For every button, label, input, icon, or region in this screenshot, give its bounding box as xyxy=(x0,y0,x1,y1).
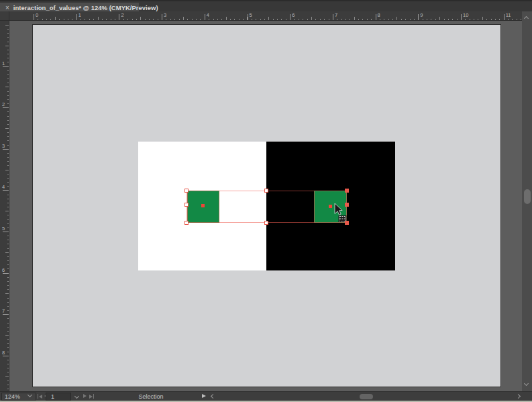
center-point-left[interactable] xyxy=(201,204,205,207)
ruler-label: 3 xyxy=(164,12,166,18)
document-title: interaction_of_values* @ 124% (CMYK/Prev… xyxy=(13,4,158,11)
ruler-label: 7 xyxy=(2,308,5,314)
ruler-label: 1 xyxy=(78,12,81,18)
status-tool-label[interactable]: Selection xyxy=(101,393,201,400)
selection-handle-bc[interactable] xyxy=(264,221,268,225)
close-icon[interactable]: × xyxy=(5,5,9,11)
selection-handle-bl[interactable] xyxy=(184,221,189,225)
ruler-label: 6 xyxy=(2,267,5,273)
illustrator-window: × interaction_of_values* @ 124% (CMYK/Pr… xyxy=(0,0,532,402)
ruler-label: 4 xyxy=(2,184,5,190)
ruler-corner[interactable] xyxy=(0,11,9,21)
status-back-icon[interactable] xyxy=(211,394,215,399)
status-bar: 124% 1 Selection xyxy=(0,391,532,401)
next-artboard-button[interactable] xyxy=(83,394,87,398)
selection-handle-tc[interactable] xyxy=(264,189,268,193)
ruler-label: 4 xyxy=(207,12,209,18)
ruler-top[interactable]: 01234567891011 xyxy=(9,11,522,21)
ruler-label: 5 xyxy=(250,12,252,18)
vertical-scrollbar[interactable] xyxy=(522,11,532,391)
ruler-label: 0 xyxy=(36,12,38,18)
ruler-label: 8 xyxy=(2,350,5,356)
ruler-label: 10 xyxy=(463,12,468,18)
ruler-left[interactable]: 12345678 xyxy=(0,21,9,391)
ruler-label: 6 xyxy=(292,12,295,18)
selection-handle-br[interactable] xyxy=(345,221,349,225)
ruler-label: 1 xyxy=(2,60,5,66)
selection-handle-tr[interactable] xyxy=(345,189,349,193)
selection-handle-ml[interactable] xyxy=(184,203,189,207)
artboard-number-field[interactable]: 1 xyxy=(46,393,71,401)
document-tab-bar: × interaction_of_values* @ 124% (CMYK/Pr… xyxy=(0,0,532,11)
next-artboard-icon xyxy=(83,394,87,398)
scroll-down-icon[interactable] xyxy=(524,381,529,386)
first-artboard-icon xyxy=(39,395,42,399)
ruler-label: 8 xyxy=(378,12,380,18)
scroll-up-icon[interactable] xyxy=(524,16,529,21)
last-artboard-icon xyxy=(89,395,93,399)
selection-handle-tl[interactable] xyxy=(184,189,189,193)
scroll-right-icon[interactable] xyxy=(516,394,521,399)
status-menu-arrow-icon[interactable] xyxy=(202,394,206,398)
zoom-level-value: 124% xyxy=(5,394,20,400)
ruler-label: 2 xyxy=(2,101,5,107)
ruler-label: 7 xyxy=(335,12,337,18)
center-point-right[interactable] xyxy=(329,205,332,208)
vertical-scrollbar-thumb[interactable] xyxy=(524,189,531,204)
ruler-label: 9 xyxy=(420,12,423,18)
ruler-label: 3 xyxy=(2,143,5,149)
ruler-label: 11 xyxy=(506,12,511,18)
ruler-label: 2 xyxy=(121,12,123,18)
first-artboard-button[interactable] xyxy=(38,394,42,399)
horizontal-scrollbar-thumb[interactable] xyxy=(360,394,373,399)
artboard-number-value: 1 xyxy=(51,394,54,400)
artboard-dropdown-icon[interactable] xyxy=(74,394,79,399)
ruler-label: 5 xyxy=(2,225,5,232)
selection-handle-mr[interactable] xyxy=(345,203,349,207)
last-artboard-button[interactable] xyxy=(89,394,94,399)
